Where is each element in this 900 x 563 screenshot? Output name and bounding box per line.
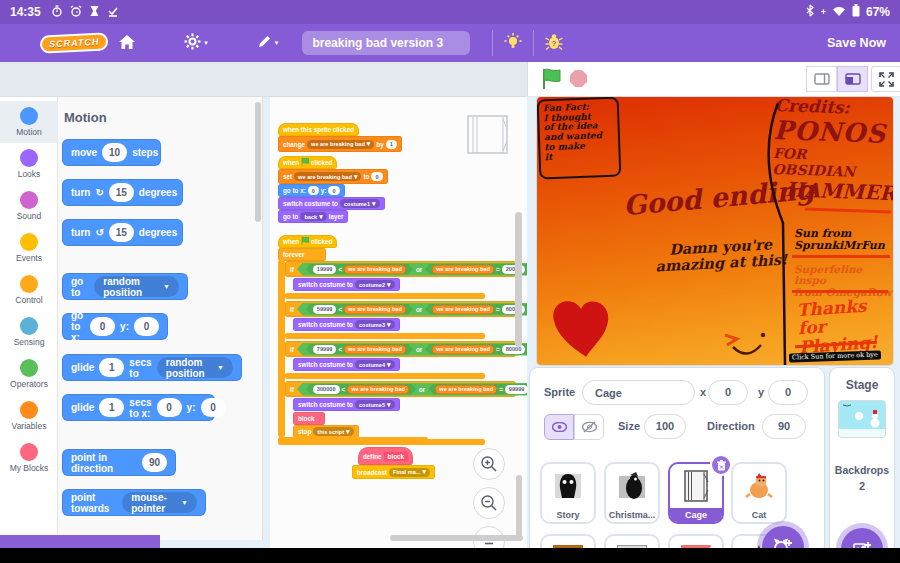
zoom-out-button[interactable]: [473, 487, 505, 519]
category-events[interactable]: Events: [0, 227, 58, 269]
stage-size-large-button[interactable]: [837, 66, 868, 92]
block-if-4[interactable]: if 300000<we are breaking bad or we are …: [285, 381, 516, 397]
equals-operator[interactable]: we are breaking bad=60000: [425, 304, 527, 315]
save-now-button[interactable]: Save Now: [827, 36, 886, 50]
glide-secs-input[interactable]: 1: [99, 358, 124, 377]
block-custom-call[interactable]: block: [293, 412, 325, 425]
block-goto-xy[interactable]: go to x:0y:0: [62, 313, 168, 340]
block-if-1[interactable]: if 19999<we are breaking bad or we are b…: [285, 261, 516, 277]
stage-size-small-button[interactable]: [806, 66, 837, 92]
or-operator[interactable]: 19999<we are breaking bad or we are brea…: [297, 263, 527, 276]
stage-selector-panel[interactable]: Stage Backdrops 2: [830, 368, 894, 553]
goto-y-input[interactable]: 0: [134, 317, 159, 336]
or-operator[interactable]: 79999<we are breaking bad or we are brea…: [297, 343, 527, 356]
layer-dropdown[interactable]: back▾: [300, 212, 326, 221]
sprite-tile-cat[interactable]: Cat: [731, 462, 787, 524]
point-towards-dropdown[interactable]: mouse-pointer▼: [122, 492, 197, 513]
goto-dropdown[interactable]: random position▼: [94, 276, 179, 297]
equals-operator[interactable]: we are breaking bad=20000: [425, 264, 527, 275]
zoom-in-button[interactable]: [473, 448, 505, 480]
script-workspace[interactable]: when this sprite clicked change we are b…: [270, 97, 527, 548]
variable-pill[interactable]: we are breaking bad: [432, 305, 494, 314]
less-than-operator[interactable]: 19999<we are breaking bad: [306, 264, 413, 275]
debug-button[interactable]: ?: [534, 33, 574, 54]
block-goto[interactable]: go torandom position▼: [62, 273, 188, 300]
show-sprite-button[interactable]: [544, 414, 574, 440]
less-than-operator[interactable]: 79999<we are breaking bad: [306, 344, 413, 355]
block-change-variable[interactable]: change we are breaking bad▾ by 1: [278, 136, 402, 152]
category-motion[interactable]: Motion: [0, 101, 58, 143]
broadcast-dropdown[interactable]: Final ma...▾: [389, 468, 430, 477]
equals-operator[interactable]: we are breaking bad=99999: [428, 384, 527, 395]
variable-pill[interactable]: we are breaking bad: [347, 385, 409, 394]
glide-dropdown[interactable]: random position▼: [157, 357, 233, 378]
variable-pill[interactable]: we are breaking bad: [432, 265, 494, 274]
block-switch-costume[interactable]: switch costume to costume5▾: [293, 398, 400, 411]
y-input[interactable]: 0: [328, 186, 339, 195]
category-control[interactable]: Control: [0, 269, 58, 311]
costume-dropdown[interactable]: costume5▾: [355, 400, 395, 409]
block-broadcast[interactable]: broadcast Final ma...▾: [352, 465, 435, 479]
hide-sprite-button[interactable]: [574, 414, 604, 440]
sprite-x-input[interactable]: 0: [708, 380, 748, 405]
block-switch-costume[interactable]: switch costume to costume3▾: [293, 318, 400, 331]
sprite-tile-cage[interactable]: Cage: [668, 462, 724, 524]
block-point-towards[interactable]: point towardsmouse-pointer▼: [62, 489, 206, 516]
sprite-tile-story[interactable]: Story: [540, 462, 596, 524]
block-goto-xy[interactable]: go to x:0 y:0: [278, 184, 345, 197]
fullscreen-button[interactable]: [871, 66, 900, 92]
costume-dropdown[interactable]: costume4▾: [355, 360, 395, 369]
block-go-to-layer[interactable]: go to back▾ layer: [278, 210, 348, 223]
category-variables[interactable]: Variables: [0, 395, 58, 437]
category-operators[interactable]: Operators: [0, 353, 58, 395]
sprite-tile-christmas[interactable]: Christma...: [604, 462, 660, 524]
script-vertical-scrollbar[interactable]: [515, 212, 522, 347]
scratch-logo[interactable]: SCRATCH: [40, 32, 109, 54]
block-if-3[interactable]: if 79999<we are breaking bad or we are b…: [285, 341, 516, 357]
glide-xy-secs-input[interactable]: 1: [99, 398, 124, 417]
category-myblocks[interactable]: My Blocks: [0, 437, 58, 479]
sprite-y-input[interactable]: 0: [768, 380, 808, 405]
or-operator[interactable]: 300000<we are breaking bad or we are bre…: [297, 383, 527, 396]
green-flag-button[interactable]: [541, 68, 562, 94]
goto-x-input[interactable]: 0: [90, 317, 115, 336]
less-than-operator[interactable]: 300000<we are breaking bad: [306, 384, 416, 395]
project-title-input[interactable]: [302, 31, 470, 55]
size-input[interactable]: 100: [644, 414, 686, 439]
block-move-steps[interactable]: move10steps: [62, 139, 161, 166]
variable-pill[interactable]: we are breaking bad: [344, 345, 406, 354]
variable-pill[interactable]: we are breaking bad: [432, 345, 494, 354]
costume-dropdown[interactable]: costume2▾: [355, 280, 395, 289]
tutorials-button[interactable]: [493, 32, 533, 55]
direction-input[interactable]: 90: [762, 414, 806, 439]
or-operator[interactable]: 59999<we are breaking bad or we are brea…: [297, 303, 527, 316]
category-sensing[interactable]: Sensing: [0, 311, 58, 353]
block-switch-costume[interactable]: switch costume to costume2▾: [293, 278, 400, 291]
script-vertical-scrollbar-lower[interactable]: [516, 475, 522, 540]
hat-when-sprite-clicked[interactable]: when this sprite clicked: [278, 123, 359, 136]
less-than-operator[interactable]: 59999<we are breaking bad: [306, 304, 413, 315]
costume-dropdown[interactable]: costume3▾: [355, 320, 395, 329]
stop-dropdown[interactable]: this script▾: [313, 427, 353, 436]
turn-ccw-input[interactable]: 15: [109, 223, 134, 242]
block-if-2[interactable]: if 59999<we are breaking bad or we are b…: [285, 301, 516, 317]
palette-scrollbar[interactable]: [255, 102, 261, 222]
edit-menu-button[interactable]: ▾: [246, 34, 289, 53]
glide-x-input[interactable]: 0: [157, 398, 182, 417]
block-glide-xy[interactable]: glide1secs to x:0y:0: [62, 394, 215, 421]
variable-dropdown[interactable]: we are breaking bad▾: [307, 140, 374, 149]
home-button[interactable]: [108, 34, 146, 53]
change-by-input[interactable]: 1: [386, 140, 397, 149]
sprite-name-input[interactable]: [582, 380, 695, 405]
equals-operator[interactable]: we are breaking bad=80000: [425, 344, 527, 355]
point-direction-input[interactable]: 90: [142, 453, 167, 472]
variable-pill[interactable]: we are breaking bad: [344, 265, 406, 274]
block-glide[interactable]: glide1secs torandom position▼: [62, 354, 242, 381]
block-point-direction[interactable]: point in direction90: [62, 449, 176, 476]
glide-y-input[interactable]: 0: [201, 398, 226, 417]
variable-pill[interactable]: we are breaking bad: [435, 385, 497, 394]
turn-cw-input[interactable]: 15: [109, 183, 134, 202]
move-steps-input[interactable]: 10: [102, 143, 127, 162]
hat-when-flag-clicked[interactable]: when clicked: [278, 235, 337, 248]
x-input[interactable]: 0: [308, 186, 319, 195]
